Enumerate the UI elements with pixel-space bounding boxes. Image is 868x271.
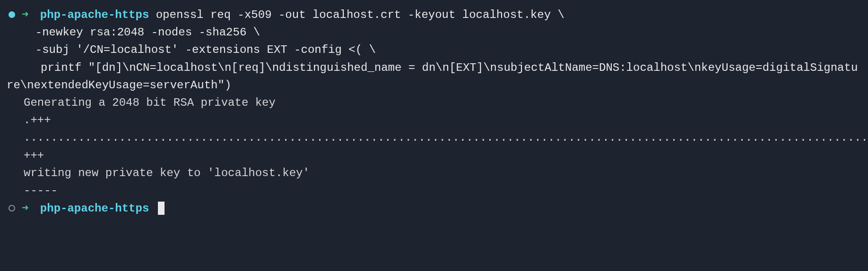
command-continuation: -newkey rsa:2048 -nodes -sha256 \ — [22, 24, 859, 41]
command-continuation: printf "[dn]\nCN=localhost\n[req]\ndisti… — [7, 59, 859, 94]
command-continuation: -subj '/CN=localhost' -extensions EXT -c… — [22, 41, 859, 59]
prompt-arrow: ➜ — [22, 202, 28, 215]
output-line: ----- — [24, 182, 859, 199]
inactive-bullet-icon — [9, 205, 15, 212]
prompt-directory: php-apache-https — [40, 8, 149, 21]
command-line-1: ➜ php-apache-https openssl req -x509 -ou… — [9, 6, 859, 94]
output-line: Generating a 2048 bit RSA private key — [24, 94, 859, 111]
prompt-arrow: ➜ — [22, 8, 28, 21]
cursor-icon — [158, 202, 165, 215]
prompt-directory: php-apache-https — [40, 202, 149, 215]
output-line: ........................................… — [24, 129, 859, 164]
active-bullet-icon — [9, 11, 15, 18]
output-line: .+++ — [24, 111, 859, 129]
output-line: writing new private key to 'localhost.ke… — [24, 164, 859, 182]
command-text: openssl req -x509 -out localhost.crt -ke… — [156, 8, 564, 21]
command-line-2[interactable]: ➜ php-apache-https — [9, 199, 859, 217]
